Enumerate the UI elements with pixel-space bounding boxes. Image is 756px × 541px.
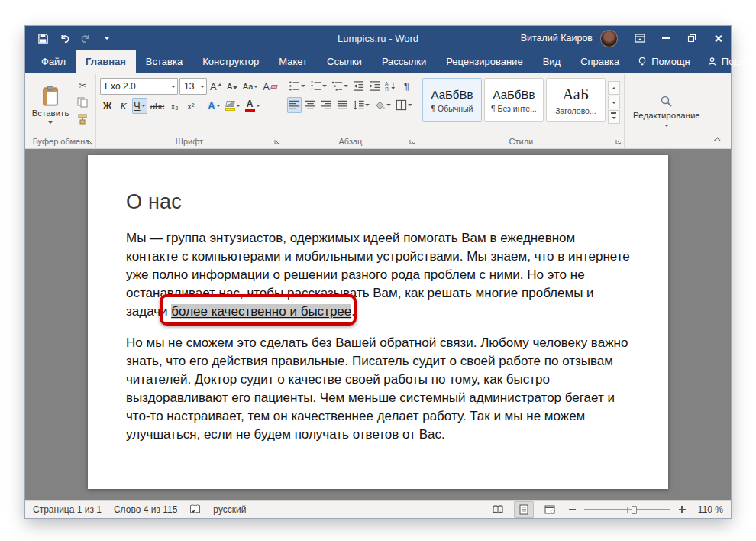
minimize-button[interactable] (653, 26, 679, 50)
highlight-color-button[interactable] (224, 98, 242, 114)
subscript-button[interactable]: х₂ (167, 98, 182, 114)
doc-paragraph-1[interactable]: Мы — группа энтузиастов, одержимых идеей… (126, 229, 630, 321)
styles-scroll-up-button[interactable] (608, 81, 620, 95)
tab-help[interactable]: Справка (570, 50, 629, 73)
selected-text[interactable]: более качественно и быстрее (171, 304, 351, 319)
tab-file[interactable]: Файл (31, 50, 76, 73)
styles-more-button[interactable] (608, 110, 620, 124)
styles-scroll-down-button[interactable] (608, 96, 620, 109)
lightbulb-icon (638, 57, 647, 67)
font-name-value: Exo 2.0 (105, 81, 169, 92)
decrease-indent-button[interactable] (351, 78, 366, 94)
caret-down-icon (171, 86, 176, 90)
proofing-status-button[interactable] (189, 504, 201, 514)
italic-button[interactable]: К (116, 98, 131, 114)
language-indicator[interactable]: русский (213, 504, 246, 515)
font-name-select[interactable]: Exo 2.0 (100, 78, 178, 95)
close-icon (714, 34, 722, 43)
collapse-ribbon-button[interactable] (711, 134, 725, 145)
tab-design[interactable]: Конструктор (192, 50, 269, 73)
strikethrough-button[interactable]: abc (149, 98, 166, 114)
show-formatting-marks-button[interactable]: ¶ (399, 78, 414, 94)
bullets-button[interactable] (287, 78, 307, 94)
paragraph-text[interactable]: . (351, 304, 355, 319)
justify-button[interactable] (335, 97, 350, 113)
ribbon-display-options-button[interactable] (627, 26, 653, 50)
font-dialog-launcher[interactable] (273, 138, 281, 146)
sort-button[interactable]: АЯ (383, 78, 398, 94)
copy-button[interactable] (73, 95, 92, 110)
page-indicator[interactable]: Страница 1 из 1 (33, 504, 102, 515)
tab-home[interactable]: Главная (76, 50, 136, 73)
format-painter-button[interactable] (73, 112, 92, 127)
paste-button[interactable]: Вставить (31, 76, 70, 135)
undo-button[interactable] (54, 28, 74, 48)
align-right-button[interactable] (319, 97, 334, 113)
desktop-background: Lumpics.ru - Word Виталий Каиров Файл Гл… (0, 0, 756, 541)
styles-dialog-launcher[interactable] (615, 138, 622, 146)
tab-insert[interactable]: Вставка (136, 50, 192, 73)
caret-down-icon (301, 85, 305, 89)
text-effects-button[interactable]: А (206, 98, 221, 114)
word-count[interactable]: Слово 4 из 115 (114, 504, 177, 515)
doc-paragraph-2[interactable]: Но мы не сможем это сделать без Вашей об… (126, 334, 630, 444)
borders-button[interactable] (394, 97, 414, 113)
increase-indent-button[interactable] (367, 78, 382, 94)
tab-references[interactable]: Ссылки (317, 50, 372, 73)
caret-down-icon (200, 86, 205, 90)
shading-button[interactable] (373, 97, 393, 113)
cut-button[interactable]: ✂ (73, 78, 92, 93)
multilevel-list-button[interactable] (330, 78, 350, 94)
customize-quick-access-button[interactable] (97, 28, 117, 48)
superscript-button[interactable]: х² (183, 98, 198, 114)
change-case-button[interactable]: Аа (241, 79, 260, 95)
save-button[interactable] (33, 28, 53, 48)
group-editing: Редактирование (625, 74, 709, 148)
zoom-slider-thumb[interactable] (632, 506, 637, 514)
font-size-select[interactable]: 13 (179, 78, 207, 95)
document-area[interactable]: О нас Мы — группа энтузиастов, одержимых… (25, 149, 731, 500)
zoom-level[interactable]: 110 % (694, 504, 723, 515)
align-left-button[interactable] (287, 97, 302, 113)
paragraph-dialog-launcher[interactable] (409, 138, 416, 146)
eraser-icon (270, 85, 277, 89)
caret-down-icon (612, 117, 616, 121)
read-mode-button[interactable] (488, 501, 508, 518)
group-clipboard: Вставить ✂ Буфер обмена (27, 74, 96, 148)
print-layout-button[interactable] (514, 501, 534, 518)
paragraph-group-label: Абзац (287, 135, 414, 148)
shrink-font-button[interactable]: А (225, 79, 240, 95)
zoom-slider[interactable] (584, 504, 670, 515)
style-normal[interactable]: АаБбВв ¶ Обычный (422, 78, 482, 122)
font-color-button[interactable]: А (244, 98, 262, 114)
editing-dropdown-button[interactable]: Редактирование (628, 76, 705, 148)
redo-button[interactable] (76, 28, 95, 48)
numbering-button[interactable] (309, 78, 328, 94)
user-avatar[interactable] (600, 30, 618, 47)
close-button[interactable] (705, 26, 731, 50)
assistant-button[interactable]: Помощн (629, 50, 699, 73)
web-layout-button[interactable] (540, 501, 560, 518)
tab-layout[interactable]: Макет (269, 50, 317, 73)
tab-view[interactable]: Вид (533, 50, 571, 73)
user-name[interactable]: Виталий Каиров (521, 33, 593, 44)
line-spacing-button[interactable] (351, 97, 371, 113)
style-no-spacing[interactable]: АаБбВв ¶ Без инте... (484, 78, 544, 122)
grow-font-button[interactable]: А (208, 79, 224, 95)
share-button[interactable]: Поделиться (699, 50, 756, 73)
tab-review[interactable]: Рецензирование (436, 50, 532, 73)
clear-formatting-button[interactable]: А (261, 79, 279, 95)
zoom-out-button[interactable] (566, 504, 578, 516)
underline-button[interactable]: Ч (132, 98, 147, 114)
style-heading1[interactable]: АаБ Заголово... (546, 78, 606, 122)
tab-mailings[interactable]: Рассылки (372, 50, 436, 73)
caret-down-icon (236, 105, 241, 109)
doc-heading[interactable]: О нас (126, 190, 630, 214)
zoom-in-button[interactable] (676, 504, 688, 516)
clipboard-dialog-launcher[interactable] (86, 138, 94, 146)
dialog-launcher-icon (274, 139, 280, 145)
align-center-button[interactable] (303, 97, 318, 113)
restore-button[interactable] (679, 26, 705, 50)
bold-button[interactable]: Ж (100, 98, 115, 114)
document-page[interactable]: О нас Мы — группа энтузиастов, одержимых… (88, 155, 668, 489)
